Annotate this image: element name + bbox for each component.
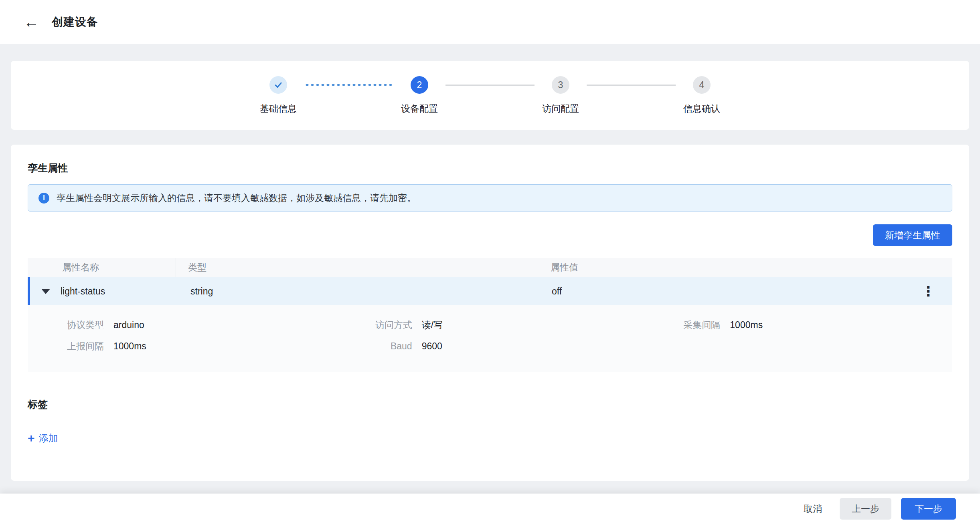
- step-label: 信息确认: [683, 103, 720, 115]
- detail-item: Baud 9600: [336, 340, 644, 353]
- section-title-twin-attributes: 孪生属性: [28, 161, 952, 175]
- step-label: 设备配置: [401, 103, 438, 115]
- detail-value: 1000ms: [113, 341, 146, 352]
- plus-icon: +: [28, 432, 35, 444]
- detail-value: 9600: [422, 341, 442, 352]
- top-bar: ← 创建设备: [0, 0, 980, 44]
- add-twin-attribute-button[interactable]: 新增孪生属性: [873, 224, 952, 246]
- check-icon: [273, 80, 283, 90]
- wizard-stepper: 基础信息 2 设备配置 3 访问配置 4 信息确认: [252, 76, 728, 115]
- back-arrow-icon: ←: [24, 14, 39, 30]
- detail-value: 1000ms: [730, 320, 763, 331]
- attribute-details-panel: 协议类型 arduino 访问方式 读/写 采集间隔 1000ms 上报间隔 1…: [28, 305, 952, 372]
- detail-label: 协议类型: [28, 319, 104, 331]
- add-tag-link[interactable]: + 添加: [28, 432, 58, 445]
- detail-label: 访问方式: [336, 319, 412, 331]
- step-access-config[interactable]: 3 访问配置: [535, 76, 587, 115]
- detail-item: 采集间隔 1000ms: [644, 319, 952, 331]
- attribute-type: string: [178, 277, 541, 305]
- step-active-circle: 2: [411, 76, 428, 94]
- next-step-button[interactable]: 下一步: [901, 498, 956, 520]
- detail-value: 读/写: [422, 319, 443, 331]
- more-actions-icon[interactable]: ⋮: [921, 284, 935, 298]
- detail-value: arduino: [113, 320, 144, 331]
- previous-step-button[interactable]: 上一步: [840, 498, 891, 520]
- back-button[interactable]: ←: [22, 13, 40, 31]
- table-row: light-status string off ⋮: [28, 277, 952, 305]
- collapse-caret-icon[interactable]: [41, 289, 50, 294]
- twin-attributes-table: 属性名称 类型 属性值 light-status string off ⋮ 协议…: [28, 258, 952, 372]
- table-header-row: 属性名称 类型 属性值: [28, 258, 952, 277]
- attribute-value: off: [541, 277, 904, 305]
- cell-attribute-name: light-status: [30, 277, 178, 305]
- step-device-config[interactable]: 2 设备配置: [393, 76, 445, 115]
- column-header-name: 属性名称: [28, 258, 176, 277]
- column-header-type: 类型: [176, 258, 540, 277]
- alert-text: 孪生属性会明文展示所输入的信息，请不要填入敏感数据，如涉及敏感信息，请先加密。: [57, 192, 416, 204]
- detail-item: 访问方式 读/写: [336, 319, 644, 331]
- stepper-card: 基础信息 2 设备配置 3 访问配置 4 信息确认: [11, 61, 969, 130]
- step-done-circle: [269, 76, 287, 94]
- detail-label: 采集间隔: [644, 319, 720, 331]
- section-title-tags: 标签: [28, 398, 952, 411]
- table-toolbar: 新增孪生属性: [28, 224, 952, 246]
- step-info-confirm[interactable]: 4 信息确认: [676, 76, 728, 115]
- step-connector-dotted: [304, 83, 393, 87]
- wizard-footer: 取消 上一步 下一步: [0, 494, 980, 524]
- device-config-card: 孪生属性 i 孪生属性会明文展示所输入的信息，请不要填入敏感数据，如涉及敏感信息…: [11, 145, 969, 481]
- page-title: 创建设备: [52, 14, 98, 30]
- twin-attributes-alert: i 孪生属性会明文展示所输入的信息，请不要填入敏感数据，如涉及敏感信息，请先加密…: [28, 184, 952, 212]
- step-pending-circle: 3: [552, 76, 569, 94]
- detail-item: 协议类型 arduino: [28, 319, 336, 331]
- step-basic-info[interactable]: 基础信息: [252, 76, 304, 115]
- step-label: 基础信息: [260, 103, 297, 115]
- step-pending-circle: 4: [693, 76, 711, 94]
- step-connector: [445, 85, 535, 86]
- add-tag-label: 添加: [39, 432, 58, 445]
- detail-label: Baud: [336, 341, 412, 352]
- column-header-value: 属性值: [540, 258, 904, 277]
- step-label: 访问配置: [542, 103, 579, 115]
- detail-label: 上报间隔: [28, 340, 104, 353]
- cancel-button[interactable]: 取消: [796, 498, 830, 520]
- attribute-name: light-status: [61, 286, 105, 297]
- detail-item: 上报间隔 1000ms: [28, 340, 336, 353]
- info-icon: i: [38, 193, 49, 204]
- cell-actions: ⋮: [904, 277, 952, 305]
- step-connector: [587, 85, 676, 86]
- column-header-actions: [904, 258, 952, 277]
